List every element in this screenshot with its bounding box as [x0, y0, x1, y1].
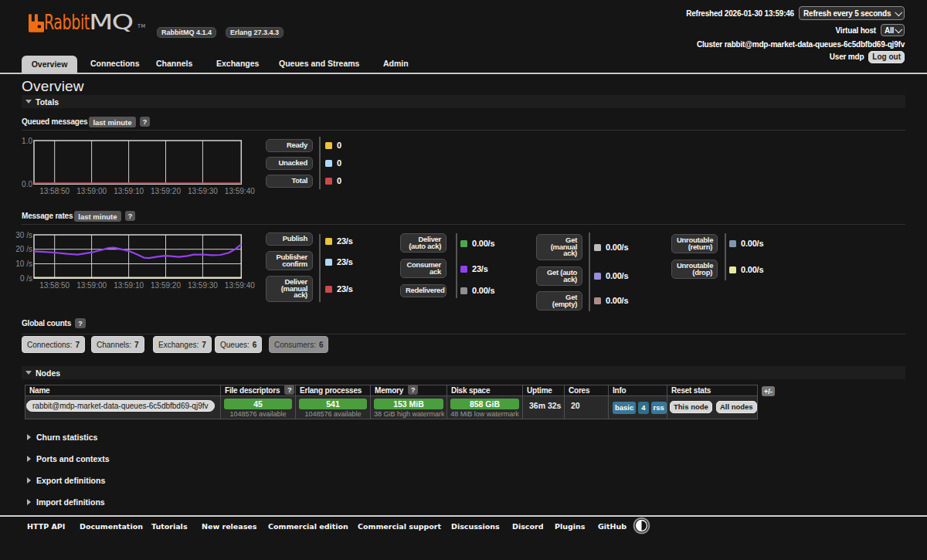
help-icon[interactable]: ?	[408, 385, 419, 395]
cluster-name: Cluster rabbit@mdp-market-data-queues-6c…	[697, 40, 905, 49]
footer-link-github[interactable]: GitHub	[598, 522, 626, 531]
expand-triangle-icon	[27, 499, 31, 505]
svg-text:13:59:10: 13:59:10	[114, 187, 144, 195]
section-export-definitions[interactable]: Export definitions	[27, 476, 105, 485]
legend-ready-button[interactable]: Ready	[266, 139, 313, 152]
svg-text:30 /s: 30 /s	[15, 231, 32, 239]
redelivered-swatch	[460, 287, 467, 294]
erlang-version-badge: Erlang 27.3.4.3	[226, 27, 284, 38]
deliver-manual-value: 23/s	[337, 284, 353, 294]
ready-value: 0	[337, 141, 341, 150]
section-nodes[interactable]: Nodes	[22, 366, 905, 379]
unacked-swatch	[325, 160, 332, 167]
legend-publisher-confirm-button[interactable]: Publisher confirm	[266, 251, 313, 270]
unacked-value: 0	[337, 158, 341, 168]
svg-text:0.0: 0.0	[22, 180, 32, 188]
legend-consumer-ack-button[interactable]: Consumer ack	[400, 259, 447, 278]
refresh-interval-select[interactable]: Refresh every 5 seconds	[799, 6, 905, 20]
page-title: Overview	[22, 78, 84, 95]
section-import-definitions[interactable]: Import definitions	[27, 497, 105, 507]
theme-toggle-icon[interactable]	[633, 517, 650, 535]
footer-link-documentation[interactable]: Documentation	[80, 522, 143, 531]
global-counts-heading: Global counts ?	[22, 319, 905, 334]
footer-divider	[0, 515, 927, 517]
col-memory: Memory ?	[371, 385, 447, 396]
rabbitmq-logo-icon[interactable]	[29, 14, 44, 36]
help-icon[interactable]: ?	[125, 211, 136, 221]
legend-redelivered-button[interactable]: Redelivered	[400, 284, 447, 297]
legend-unacked-button[interactable]: Unacked	[266, 157, 313, 170]
legend-unroutable-return-button[interactable]: Unroutable (return)	[671, 234, 718, 253]
svg-text:13:58:50: 13:58:50	[39, 187, 70, 195]
disk-sub: 48 MiB low watermark	[450, 411, 519, 418]
reset-this-node-button[interactable]: This node	[670, 401, 712, 413]
legend-get-empty-button[interactable]: Get (empty)	[536, 291, 582, 311]
footer-link-http-api[interactable]: HTTP API	[27, 522, 65, 531]
disk-bar: 858 GiB	[450, 399, 519, 409]
get-manual-swatch	[594, 244, 601, 251]
svg-text:13:59:40: 13:59:40	[225, 281, 255, 290]
help-icon[interactable]: ?	[284, 385, 295, 395]
nodes-table-header-row: Name File descriptors ? Erlang processes…	[25, 385, 758, 396]
legend-deliver-manual-button[interactable]: Deliver (manual ack)	[266, 276, 313, 302]
help-icon[interactable]: ?	[140, 117, 151, 127]
footer-link-discord[interactable]: Discord	[512, 522, 543, 531]
footer-link-discussions[interactable]: Discussions	[451, 522, 500, 531]
tab-admin[interactable]: Admin	[383, 59, 409, 68]
footer-link-new-releases[interactable]: New releases	[202, 522, 256, 531]
footer-link-tutorials[interactable]: Tutorials	[151, 522, 188, 531]
tab-overview[interactable]: Overview	[22, 56, 77, 73]
section-totals[interactable]: Totals	[22, 95, 905, 108]
svg-text:20 /s: 20 /s	[15, 245, 32, 253]
footer-link-commercial-support[interactable]: Commercial support	[358, 522, 441, 531]
message-rates-chart: 13:58:5013:59:0013:59:1013:59:2013:59:30…	[5, 230, 260, 295]
logo-mq-text: MQ	[89, 10, 132, 34]
queues-count-button[interactable]: Queues:6	[215, 336, 262, 353]
footer-link-plugins[interactable]: Plugins	[555, 522, 585, 531]
tabbar-underline	[0, 73, 927, 74]
node-name-link[interactable]: rabbit@mdp-market-data-queues-6c5dbfbd69…	[26, 400, 215, 412]
ready-swatch	[325, 142, 332, 149]
cores-cell: 20	[565, 396, 609, 419]
connections-count-button[interactable]: Connections:7	[22, 336, 85, 353]
refresh-row: Refreshed 2026-01-30 13:59:46 Refresh ev…	[686, 6, 905, 20]
vhost-select[interactable]: All	[881, 24, 905, 36]
help-icon[interactable]: ?	[75, 318, 86, 328]
section-ports-contexts[interactable]: Ports and contexts	[27, 454, 110, 463]
column-toggle-button[interactable]: +/-	[762, 386, 775, 396]
fd-bar: 45	[224, 399, 292, 409]
legend-deliver-auto-button[interactable]: Deliver (auto ack)	[400, 233, 447, 253]
tab-queues-streams[interactable]: Queues and Streams	[279, 59, 359, 68]
fd-cell: 45 1048576 available	[221, 396, 296, 419]
legend-get-auto-button[interactable]: Get (auto ack)	[536, 266, 582, 286]
svg-text:13:59:20: 13:59:20	[151, 187, 181, 195]
user-label: User mdp	[830, 53, 864, 61]
rabbitmq-management-app: RabbitMQ TM RabbitMQ 4.1.4Erlang 27.3.4.…	[0, 0, 927, 560]
logout-button[interactable]: Log out	[868, 51, 905, 63]
legend-get-manual-button[interactable]: Get (manual ack)	[536, 234, 582, 260]
redelivered-value: 0.00/s	[472, 286, 494, 295]
legend-separator	[589, 232, 590, 311]
unroutable-drop-value: 0.00/s	[741, 265, 763, 274]
rates-window-badge[interactable]: last minute	[74, 211, 121, 222]
legend-unroutable-drop-button[interactable]: Unroutable (drop)	[671, 260, 718, 279]
exchanges-count-button[interactable]: Exchanges:7	[153, 336, 212, 353]
legend-publish-button[interactable]: Publish	[266, 232, 313, 246]
vhost-label: Virtual host	[836, 26, 876, 35]
info-badge-4: 4	[638, 402, 649, 414]
get-manual-value: 0.00/s	[606, 243, 628, 252]
deliver-auto-value: 0.00/s	[472, 239, 494, 248]
reset-all-nodes-button[interactable]: All nodes	[716, 401, 757, 413]
footer-link-commercial-edition[interactable]: Commercial edition	[268, 522, 348, 531]
channels-count-button[interactable]: Channels:7	[91, 336, 144, 353]
rabbitmq-logo-text[interactable]: RabbitMQ TM	[44, 10, 109, 34]
tab-channels[interactable]: Channels	[156, 59, 192, 68]
queued-window-badge[interactable]: last minute	[89, 117, 135, 127]
section-churn-statistics[interactable]: Churn statistics	[27, 433, 97, 442]
legend-separator	[456, 233, 457, 298]
tab-exchanges[interactable]: Exchanges	[216, 59, 259, 68]
tab-connections[interactable]: Connections	[90, 59, 140, 68]
reset-cell: This nodeAll nodes	[667, 396, 758, 419]
legend-total-button[interactable]: Total	[266, 175, 313, 188]
queued-messages-heading: Queued messages last minute ?	[22, 117, 905, 131]
